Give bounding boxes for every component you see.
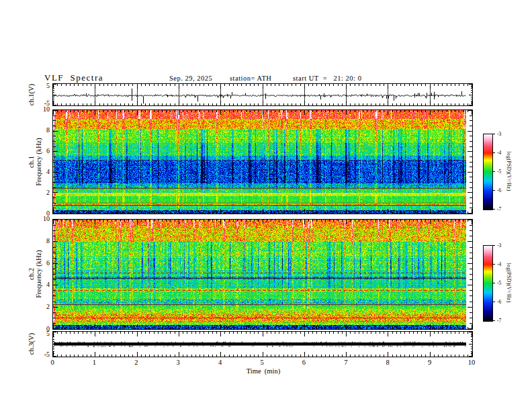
freq-tick-label-ch2: 8 xyxy=(32,237,50,244)
ch1-frequency-axis-label: ch.1 Frequency (kHz) xyxy=(28,138,42,185)
ch2-label-line1: ch.2 xyxy=(28,250,35,298)
colorbar-tick xyxy=(492,152,495,153)
station-label: station= ATH xyxy=(230,75,271,82)
ch2-frequency-axis-label: ch.2 Frequency (kHz) xyxy=(28,250,42,298)
colorbar-tick xyxy=(492,171,495,172)
ch1-label-line2: Frequency (kHz) xyxy=(35,138,42,185)
colorbar-tick-label-cb2: -3 xyxy=(497,242,501,248)
colorbar-tick-label-cb1: -5 xyxy=(497,169,501,175)
time-tick-label: 10 xyxy=(468,359,476,366)
page-title: VLF Spectra xyxy=(44,73,103,83)
freq-tick-label-ch1: 4 xyxy=(32,168,50,175)
time-tick-label: 3 xyxy=(177,359,180,366)
colorbar-tick-label-cb2: -4 xyxy=(497,261,501,267)
start-ut-label: start UT = 21: 20: 0 xyxy=(293,75,361,82)
vlf-spectra-figure: VLF Spectra Sep. 29, 2025 station= ATH s… xyxy=(0,0,532,411)
ch1-label-line1: ch.1 xyxy=(28,138,35,185)
date-label: Sep. 29, 2025 xyxy=(169,75,212,82)
colorbar-tick-label-cb1: -6 xyxy=(497,187,501,193)
time-tick-label: 1 xyxy=(93,359,96,366)
colorbar-tick-label-cb1: -7 xyxy=(497,206,501,212)
colorbar-tick xyxy=(492,245,495,246)
time-tick-label: 8 xyxy=(386,359,390,366)
freq-tick-label-ch1: 2 xyxy=(32,189,50,196)
colorbar-tick xyxy=(492,264,495,265)
time-tick-label: 7 xyxy=(344,359,347,366)
freq-tick-label-ch2: 2 xyxy=(32,303,50,310)
time-tick-label: 4 xyxy=(218,359,222,366)
ch2-spectrogram-panel xyxy=(52,219,473,330)
ch1-waveform-canvas xyxy=(53,84,472,105)
colorbar-tick xyxy=(492,209,495,210)
time-tick-label: 6 xyxy=(302,359,306,366)
volt-tick-label-ch1: -5 xyxy=(32,99,50,107)
volt-tick-label-ch3: 5 xyxy=(32,330,50,337)
ch3-waveform-panel xyxy=(52,331,473,357)
colorbar-tick-label-cb1: -4 xyxy=(497,150,501,156)
time-tick-label: 5 xyxy=(260,359,263,366)
colorbar-tick xyxy=(492,320,495,321)
freq-tick-label-ch2: 4 xyxy=(32,281,50,288)
ch1-spectrogram-canvas xyxy=(53,110,472,214)
colorbar-tick xyxy=(492,302,495,302)
time-tick-label: 2 xyxy=(134,359,138,366)
volt-tick-label-ch3: -5 xyxy=(32,351,50,358)
volt-tick-label-ch1: 5 xyxy=(32,82,50,89)
colorbar-tick-label-cb1: -3 xyxy=(497,131,501,137)
colorbar-tick-label-cb2: -6 xyxy=(497,299,501,305)
ch2-label-line2: Frequency (kHz) xyxy=(35,250,42,298)
freq-tick-label-ch2: 6 xyxy=(32,259,50,267)
colorbar-ch1-label: log(PSD)(V²/Hz) xyxy=(506,151,512,191)
colorbar-tick xyxy=(492,283,495,283)
time-tick-label: 0 xyxy=(50,359,54,366)
freq-tick-label-ch1: 8 xyxy=(32,126,50,134)
colorbar-ch2 xyxy=(483,245,493,322)
colorbar-tick-label-cb2: -5 xyxy=(497,280,501,286)
time-axis-label: Time (min) xyxy=(247,367,280,375)
colorbar-ch2-label: log(PSD)(V²/Hz) xyxy=(506,263,512,302)
colorbar-tick xyxy=(492,134,495,134)
freq-tick-label-ch2: 10 xyxy=(32,215,50,222)
ch3-waveform-canvas xyxy=(53,332,472,357)
ch1-waveform-panel xyxy=(52,83,473,106)
ch2-spectrogram-canvas xyxy=(53,220,472,329)
freq-tick-label-ch1: 6 xyxy=(32,147,50,154)
ch1-spectrogram-panel xyxy=(52,109,473,214)
colorbar-tick-label-cb2: -7 xyxy=(497,318,501,324)
colorbar-ch1 xyxy=(483,134,493,210)
colorbar-tick xyxy=(492,190,495,191)
time-tick-label: 9 xyxy=(428,359,431,366)
